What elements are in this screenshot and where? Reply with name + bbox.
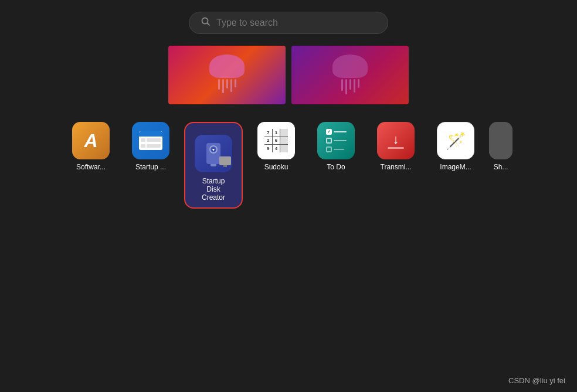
app-item-startup-disk-creator-selected[interactable]: ▼ Startup Disk Creator [184,122,243,209]
app-item-software-updater[interactable]: A Softwar... [65,122,117,172]
app-label-imagemagick: ImageM... [429,163,482,172]
search-container [0,0,577,34]
wallpaper-section [0,46,577,104]
wallpaper-thumbnail-1[interactable] [168,46,286,104]
startup-app-icon [132,122,169,159]
app-label-sudoku: Sudoku [250,163,303,172]
app-label-software-updater: Softwar... [65,163,117,172]
search-bar [189,12,388,34]
todo-icon: ✓ [317,122,355,159]
startup-disk-creator-label: Startup Disk Creator [202,177,225,202]
search-input[interactable] [216,18,376,28]
app-item-imagemagick[interactable]: 🪄 ImageM... [429,122,482,172]
app-label-todo: To Do [310,163,362,172]
svg-line-1 [208,23,210,26]
software-updater-icon: A [72,122,110,159]
app-item-partial[interactable]: Sh... [489,122,512,172]
app-item-todo[interactable]: ✓ To Do [310,122,362,172]
app-label-transmission: Transmi... [369,163,422,172]
app-grid: A Softwar... Startup ... [0,122,577,209]
wallpaper-thumbnail-2[interactable] [291,46,409,104]
imagemagick-icon: 🪄 [437,122,474,159]
partial-app-icon [489,122,512,159]
watermark: CSDN @liu yi fei [508,376,565,385]
app-item-startup-app[interactable]: Startup ... [124,122,177,172]
startup-disk-creator-icon: ▼ [195,135,232,172]
selected-container: ▼ Startup Disk Creator [195,135,232,202]
app-item-transmission[interactable]: ↓ Transmi... [369,122,422,172]
search-icon [201,17,211,29]
transmission-icon: ↓ [377,122,415,159]
app-label-startup-app: Startup ... [124,163,177,172]
app-item-sudoku[interactable]: 7 1 2 6 9 4 Sudoku [250,122,303,172]
sudoku-icon: 7 1 2 6 9 4 [257,122,295,159]
software-letter: A [84,130,97,152]
app-label-partial: Sh... [489,163,512,172]
